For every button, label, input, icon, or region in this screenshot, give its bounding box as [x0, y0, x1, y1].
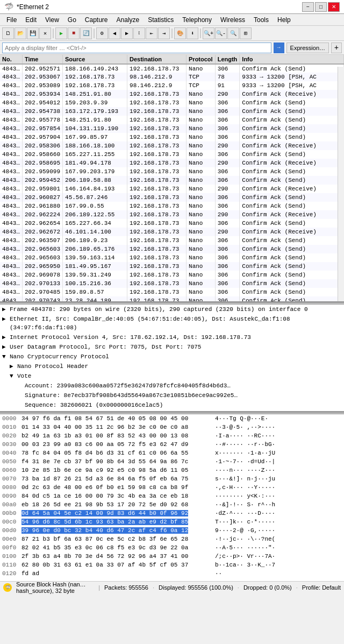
hex-ascii: ··3·@·5· ,··>···· — [215, 424, 275, 430]
table-row[interactable]: 4843…202.959801146.164.84.193192.168.178… — [0, 185, 344, 193]
prev-capture-button[interactable]: ⇤ — [146, 27, 157, 39]
ip-detail-item[interactable]: ▶ Internet Protocol Version 4, Src: 178.… — [0, 332, 344, 342]
menu-item-help[interactable]: Help — [273, 15, 295, 25]
menu-item-tools[interactable]: Tools — [249, 15, 273, 25]
hex-row: 011062 80 0b 31 63 61 e1 0a 33 07 af 4b … — [0, 561, 344, 569]
table-row[interactable]: 4843…202.954738163.172.179.193192.168.17… — [0, 107, 344, 116]
table-row[interactable]: 4843…202.952571188.166.149.243192.168.17… — [0, 64, 344, 73]
table-row[interactable]: 4843…202.953934148.251.91.80192.168.178.… — [0, 90, 344, 98]
table-row[interactable]: 4843…202.957904167.99.85.97192.168.178.7… — [0, 133, 344, 141]
nano-expand-icon[interactable]: ▼ — [2, 352, 10, 361]
resize-columns-button[interactable]: ⊞ — [240, 27, 252, 39]
forward-button[interactable]: ▶ — [121, 27, 133, 39]
zoom-out-button[interactable]: 🔍- — [215, 27, 227, 39]
table-row[interactable]: 4843…202.954012159.203.9.39192.168.178.7… — [0, 98, 344, 107]
table-row[interactable]: 4843…202.965603139.59.163.114192.168.178… — [0, 253, 344, 262]
frame-detail-text: Frame 484378: 290 bytes on wire (2320 bi… — [10, 305, 308, 314]
autoscroll-button[interactable]: ⬇ — [187, 27, 198, 39]
maximize-button[interactable]: □ — [315, 2, 327, 12]
table-row[interactable]: 4843…202.970133100.15.216.36192.168.178.… — [0, 279, 344, 288]
header-time: Time — [23, 55, 63, 64]
hex-row: 00f082 02 41 b5 35 e3 0c 06 c8 f5 e3 9c … — [0, 543, 344, 552]
restart-capture-button[interactable]: 🔄 — [80, 27, 92, 39]
table-scrollbar[interactable] — [338, 67, 344, 301]
zoom-normal-button[interactable]: 🔍 — [227, 27, 239, 39]
account-item[interactable]: Account: 2399a083c600aa0572f5e36247d978f… — [0, 381, 344, 391]
close-capture-button[interactable]: ✕ — [39, 27, 51, 39]
filter-apply-button[interactable]: → — [274, 43, 284, 53]
table-row[interactable]: 4843…202.953089192.168.178.7398.146.212.… — [0, 81, 344, 90]
vote-expand-icon[interactable]: ▼ — [10, 372, 17, 380]
menu-item-file[interactable]: File — [2, 15, 21, 25]
table-row[interactable]: 4843…202.957854104.131.119.190192.168.17… — [0, 124, 344, 133]
table-row[interactable]: 4843…202.965603206.189.65.176192.168.178… — [0, 245, 344, 253]
udp-detail-item[interactable]: ▶ User Datagram Protocol, Src Port: 7075… — [0, 342, 344, 352]
hex-row: 007073 ba 1d 87 26 21 5d a3 6e 84 6a f5 … — [0, 475, 344, 483]
stop-capture-button[interactable]: ■ — [68, 27, 80, 39]
menu-item-capture[interactable]: Capture — [81, 15, 112, 25]
hex-ascii: ··A·5··· ······"· — [215, 544, 275, 551]
table-row[interactable]: 4843…202.953067192.168.178.7398.146.212.… — [0, 73, 344, 81]
nano-header-item[interactable]: ▶ Nano Protocol Header — [0, 362, 344, 371]
table-row[interactable]: 4843…202.969078139.59.31.249192.168.178.… — [0, 271, 344, 279]
menu-item-wireless[interactable]: Wireless — [216, 15, 249, 25]
hex-row: 00b00d 64 5a 04 5e c2 14 00 9d 83 d6 44 … — [0, 509, 344, 518]
table-row[interactable]: 4843…202.959452206.189.58.88192.168.178.… — [0, 176, 344, 185]
menu-item-go[interactable]: Go — [63, 15, 81, 25]
close-button[interactable]: ✕ — [328, 2, 340, 12]
minimize-button[interactable]: − — [302, 2, 314, 12]
table-row[interactable]: 4843…202.97074323.28.244.189192.168.178.… — [0, 296, 344, 302]
table-row[interactable]: 4843…202.959099167.99.203.179192.168.178… — [0, 167, 344, 176]
start-capture-button[interactable]: ▶ — [55, 27, 67, 39]
ethernet-expand-icon[interactable]: ▶ — [2, 315, 10, 323]
table-row[interactable]: 4843…202.958695181.49.94.178192.168.178.… — [0, 159, 344, 167]
colorize-button[interactable]: 🎨 — [174, 27, 186, 39]
open-button[interactable]: 📂 — [15, 27, 26, 39]
frame-detail-item[interactable]: ▶ Frame 484378: 290 bytes on wire (2320 … — [0, 305, 344, 314]
table-row[interactable]: 4843…202.96267246.101.14.100192.168.178.… — [0, 228, 344, 236]
nano-header-expand-icon[interactable]: ▶ — [10, 362, 17, 371]
table-row[interactable]: 4843…202.962654165.227.66.34192.168.178.… — [0, 219, 344, 228]
vote-signature-item[interactable]: Signature: 8e7ecb37bf908b643d55649a867c3… — [0, 391, 344, 400]
hex-row: 00a0eb 18 26 5d ee 21 98 9b 53 17 20 72 … — [0, 500, 344, 509]
hex-bytes: fd ad — [22, 570, 215, 577]
table-row[interactable]: 4843…202.963507206.189.9.23192.168.178.7… — [0, 236, 344, 245]
titlebar-controls: − □ ✕ — [302, 2, 340, 12]
nano-detail-item[interactable]: ▼ Nano Cryptocurrency Protocol — [0, 352, 344, 362]
table-row[interactable]: 4843…202.965950181.49.95.167192.168.178.… — [0, 262, 344, 271]
menu-item-analyze[interactable]: Analyze — [112, 15, 144, 25]
menu-item-telephony[interactable]: Telephony — [178, 15, 216, 25]
ip-expand-icon[interactable]: ▶ — [2, 333, 10, 342]
frame-expand-icon[interactable]: ▶ — [2, 305, 10, 314]
next-capture-button[interactable]: ⇥ — [158, 27, 170, 39]
sequence-item[interactable]: Sequence: 382606021 (0x000000016celac5) — [0, 400, 344, 410]
statusbar: 🦈 Source Block Hash (nan…hash_source), 3… — [0, 581, 344, 593]
table-row[interactable]: 4843…202.955778148.251.91.80192.168.178.… — [0, 116, 344, 124]
menu-item-edit[interactable]: Edit — [21, 15, 41, 25]
hex-row: 00c054 96 d6 8c 5d 6b 1c 93 63 ba 2a ab … — [0, 518, 344, 526]
hex-offset: 0040 — [2, 450, 22, 456]
zoom-in-button[interactable]: 🔍+ — [203, 27, 214, 39]
add-filter-button[interactable]: + — [331, 43, 342, 53]
ethernet-detail-item[interactable]: ▶ Ethernet II, Src: CompalBr_de:40:05 (5… — [0, 314, 344, 332]
hex-bytes: 00 03 23 99 a0 83 c6 00 aa 05 72 f5 e3 6… — [22, 441, 215, 448]
table-row[interactable]: 4843…202.958306188.166.18.100192.168.178… — [0, 141, 344, 150]
save-button[interactable]: 💾 — [27, 27, 39, 39]
packets-count: Packets: 955556 — [104, 584, 148, 591]
udp-expand-icon[interactable]: ▶ — [2, 343, 10, 351]
menu-item-view[interactable]: View — [41, 15, 63, 25]
table-row[interactable]: 4843…202.958660165.227.11.255192.168.178… — [0, 150, 344, 159]
table-row[interactable]: 4843…202.970485159.89.8.57192.168.178.73… — [0, 288, 344, 296]
goto-button[interactable]: ↕ — [133, 27, 145, 39]
vote-item[interactable]: ▼ Vote — [0, 371, 344, 381]
new-capture-button[interactable]: 🗋 — [2, 27, 14, 39]
expression-button[interactable]: Expression… — [286, 43, 329, 53]
table-row[interactable]: 4843…202.961880167.99.0.55192.168.178.73… — [0, 202, 344, 210]
table-row[interactable]: 4843…202.962224206.189.122.55192.168.178… — [0, 210, 344, 219]
filter-input[interactable] — [2, 43, 271, 53]
options-button[interactable]: ⚙ — [96, 27, 108, 39]
hex-offset: 00b0 — [2, 510, 22, 516]
menu-item-statistics[interactable]: Statistics — [144, 15, 178, 25]
back-button[interactable]: ◀ — [109, 27, 120, 39]
table-row[interactable]: 4843…202.96082745.56.87.246192.168.178.7… — [0, 193, 344, 202]
